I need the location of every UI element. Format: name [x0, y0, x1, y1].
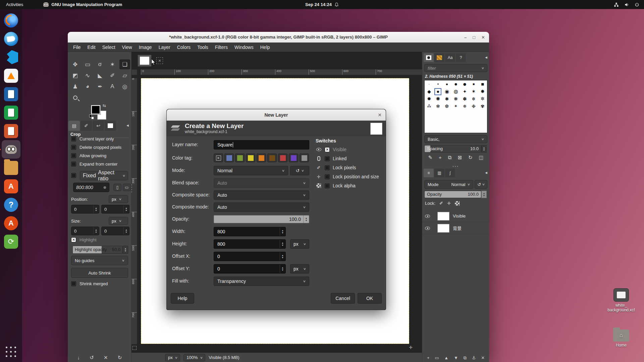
- fixed-checkbox[interactable]: [71, 173, 76, 178]
- position-x-input[interactable]: 0 ▲▼: [71, 205, 99, 214]
- checkbox[interactable]: [71, 145, 76, 150]
- collapse-panel-icon[interactable]: ◄: [484, 171, 488, 177]
- checkbox[interactable]: [71, 162, 76, 167]
- maximize-button[interactable]: □: [473, 35, 475, 40]
- zoom-tool[interactable]: [70, 93, 80, 103]
- eraser-tool[interactable]: ▱: [119, 70, 130, 80]
- layers-footer-icon[interactable]: ✕: [481, 355, 485, 361]
- spinner-arrows[interactable]: ▲▼: [481, 145, 487, 153]
- spinner-arrows[interactable]: ▲▼: [481, 191, 487, 198]
- layer-mode-select[interactable]: Mode Normal ∨: [424, 180, 473, 189]
- position-y-input[interactable]: 0 ▲▼: [101, 205, 129, 214]
- offset-y-input[interactable]: 0 ▲▼: [214, 264, 286, 274]
- image-tab-thumbnail[interactable]: [138, 55, 152, 67]
- visibility-eye-icon[interactable]: [425, 227, 430, 230]
- tab-undo-history[interactable]: ↩: [93, 121, 104, 131]
- menu-item[interactable]: View: [119, 43, 136, 51]
- switch-lock-alpha[interactable]: Lock alpha: [316, 183, 384, 188]
- tab-brushes[interactable]: [424, 53, 434, 62]
- visible-checkbox[interactable]: ✕: [325, 147, 330, 152]
- menu-item[interactable]: Tools: [194, 43, 212, 51]
- dock-item-impress[interactable]: [2, 122, 20, 140]
- dock-item-calc[interactable]: [2, 103, 20, 122]
- layers-footer-icon[interactable]: ⧉: [464, 355, 467, 361]
- smudge-tool[interactable]: ◕: [82, 81, 93, 92]
- color-tag-button[interactable]: [278, 154, 287, 162]
- rectangle-select-tool[interactable]: ▭: [82, 59, 93, 69]
- lock-alpha-checkbox[interactable]: [325, 183, 330, 188]
- size-unit-select[interactable]: px∨: [109, 217, 128, 225]
- tab-tool-options[interactable]: ▤: [68, 121, 80, 131]
- text-tool[interactable]: A: [107, 81, 118, 92]
- system-tray[interactable]: [614, 2, 639, 7]
- status-unit-select[interactable]: px ∨: [165, 354, 180, 361]
- dock-item-firefox[interactable]: [2, 11, 20, 29]
- brush-item[interactable]: ◆: [426, 88, 433, 95]
- dock-item-ubuntu-software[interactable]: A: [2, 177, 20, 195]
- layers-footer-icon[interactable]: ▼: [454, 355, 458, 361]
- dock-item-vscode[interactable]: [2, 48, 20, 66]
- ruler-origin-button[interactable]: [131, 69, 137, 75]
- layers-footer-icon[interactable]: +: [427, 355, 430, 361]
- highlight-row[interactable]: ✕ Highlight: [71, 237, 97, 242]
- layer-name-input[interactable]: Square: [214, 140, 309, 149]
- brush-item[interactable]: ❋: [452, 96, 459, 103]
- brush-item[interactable]: ●: [461, 81, 468, 88]
- brush-item[interactable]: ✶: [470, 88, 477, 95]
- window-titlebar[interactable]: *white_background.xcf-1.0 (RGB color 8-b…: [68, 32, 489, 43]
- tab-fonts[interactable]: Aa: [445, 53, 455, 62]
- shrink-merged-checkbox[interactable]: [71, 281, 76, 286]
- cancel-button[interactable]: Cancel: [331, 293, 355, 304]
- dock-separator-handle[interactable]: •••: [422, 165, 489, 168]
- dock-item-gimp[interactable]: [2, 140, 20, 159]
- brush-item[interactable]: ✾: [479, 103, 486, 110]
- activities-button[interactable]: Activities: [0, 2, 29, 7]
- focused-app-menu[interactable]: GNU Image Manipulation Program: [43, 2, 122, 7]
- brush-item[interactable]: ●: [434, 81, 441, 88]
- tab-patterns[interactable]: [434, 53, 444, 62]
- checkbox[interactable]: [71, 153, 76, 158]
- menu-item[interactable]: Layer: [155, 43, 174, 51]
- lock-pixels-icon[interactable]: ✐: [439, 201, 443, 206]
- transform-tool[interactable]: ◩: [70, 70, 80, 80]
- brush-grid[interactable]: ·●●●●■■◆●◉◍✦✶✸✹✺✱❋✽❄✼⁂✻❆✴✵❉✾: [424, 80, 487, 133]
- spinner-arrows[interactable]: ▲▼: [123, 246, 128, 254]
- tool-options-footer-icon[interactable]: ✕: [104, 355, 108, 361]
- ink-tool[interactable]: ✒: [95, 81, 105, 92]
- brush-action-icon[interactable]: ◫: [479, 155, 483, 161]
- fg-bg-color-area[interactable]: ⇆: [90, 104, 108, 120]
- zoom-level-select[interactable]: 100% ∨: [183, 354, 205, 361]
- color-picker-tool[interactable]: ◎: [119, 81, 130, 92]
- quick-mask-toggle[interactable]: [132, 346, 137, 350]
- color-tag-button[interactable]: [267, 154, 277, 162]
- crop-option-row[interactable]: Allow growing: [71, 153, 121, 158]
- brush-action-icon[interactable]: +: [439, 155, 442, 161]
- brush-item[interactable]: ■: [479, 81, 486, 88]
- crop-option-row[interactable]: Delete cropped pixels: [71, 145, 121, 150]
- tool-options-footer-icon[interactable]: ↺: [90, 355, 94, 361]
- switch-visible[interactable]: ✕ Visible: [316, 147, 384, 152]
- paintbrush-tool[interactable]: ✐: [107, 70, 118, 80]
- spinner-arrows[interactable]: ▲▼: [303, 216, 309, 223]
- fuzzy-select-tool[interactable]: ✶: [107, 59, 118, 69]
- landscape-orientation-button[interactable]: ▭: [123, 184, 131, 191]
- brush-action-icon[interactable]: ✎: [428, 155, 432, 161]
- layer-mode-reset-button[interactable]: ↺∨: [475, 180, 487, 189]
- tab-layers[interactable]: ≡: [424, 169, 434, 177]
- brush-item[interactable]: ✸: [479, 88, 486, 95]
- lock-position-checkbox[interactable]: [325, 174, 330, 179]
- brush-set-select[interactable]: Basic, ∨: [424, 135, 487, 143]
- close-button[interactable]: ✕: [481, 35, 485, 40]
- brush-item[interactable]: ❆: [443, 103, 450, 110]
- clear-icon[interactable]: ⊗: [103, 185, 106, 190]
- color-tag-button[interactable]: [235, 154, 245, 162]
- size-y-input[interactable]: 0 ▲▼: [101, 227, 129, 235]
- layer-row-background[interactable]: 背景: [422, 222, 489, 234]
- composite-space-select[interactable]: Auto ∨: [214, 190, 309, 200]
- mode-select[interactable]: Normal ∨: [214, 166, 288, 175]
- menu-item[interactable]: File: [70, 43, 84, 51]
- brush-item[interactable]: ❄: [470, 96, 477, 103]
- checkbox[interactable]: [71, 136, 76, 141]
- dialog-titlebar[interactable]: New Layer ✕: [167, 109, 386, 121]
- panel-resize-handle[interactable]: [131, 184, 132, 192]
